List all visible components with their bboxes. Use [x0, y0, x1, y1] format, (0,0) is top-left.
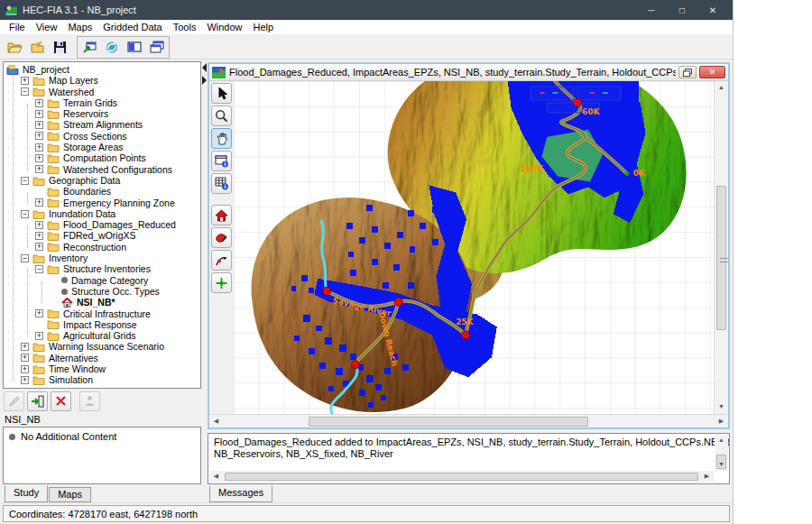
- minimize-button[interactable]: ─: [636, 0, 667, 20]
- expand-icon[interactable]: +: [35, 143, 43, 152]
- expand-icon[interactable]: +: [35, 121, 43, 129]
- tree-item-stream-alignments[interactable]: +Stream Alignments: [4, 119, 200, 130]
- tree-item-time-window[interactable]: +Time Window: [4, 363, 200, 374]
- tree-item-structure-inventories[interactable]: −Structure Inventories: [4, 263, 200, 274]
- map-tool-pan[interactable]: [211, 128, 232, 149]
- expand-icon[interactable]: +: [35, 232, 43, 240]
- restore-window-button[interactable]: [678, 66, 697, 78]
- collapse-icon[interactable]: −: [35, 265, 43, 273]
- computation-point[interactable]: [574, 98, 582, 106]
- computation-point[interactable]: [394, 298, 402, 306]
- scroll-down-icon[interactable]: ▼: [715, 400, 728, 414]
- tree-item-fdred-worigxs[interactable]: +FDRed_wOrigXS: [4, 230, 200, 241]
- map-tool-info-window[interactable]: i: [211, 151, 232, 171]
- map-tool-polygon[interactable]: [211, 227, 232, 248]
- tree-item-cross-sections[interactable]: +Cross Sections: [4, 131, 200, 142]
- map-tool-zoom[interactable]: [211, 106, 232, 126]
- tree-item-reservoirs[interactable]: +Reservoirs: [4, 108, 200, 119]
- window-titlebar[interactable]: HEC-FIA 3.1 - NB_project ─ □ ✕: [0, 0, 733, 20]
- scroll-up-icon[interactable]: ▲: [715, 81, 728, 95]
- expand-icon[interactable]: +: [35, 165, 43, 173]
- maximize-button[interactable]: □: [667, 0, 697, 20]
- scroll-down-icon[interactable]: ▼: [715, 459, 728, 471]
- menu-tools[interactable]: Tools: [168, 21, 202, 33]
- tree-item-impact-response[interactable]: Impact Response: [4, 319, 200, 330]
- expand-icon[interactable]: +: [35, 221, 43, 229]
- tree-item-inundation-data[interactable]: −Inundation Data: [4, 208, 200, 219]
- expand-icon[interactable]: +: [35, 99, 43, 107]
- messages-box[interactable]: Flood_Damages_Reduced added to ImpactAre…: [208, 433, 730, 484]
- menu-file[interactable]: File: [4, 21, 31, 33]
- tree-item-computation-points[interactable]: +Computation Points: [4, 152, 200, 163]
- tree-item-damage-category[interactable]: Damage Category: [4, 275, 200, 286]
- tree-item-emergency-planning-zone[interactable]: +Emergency Planning Zone: [4, 198, 200, 208]
- map-vertical-scrollbar[interactable]: ▲ ▼: [714, 81, 728, 414]
- tab-messages[interactable]: Messages: [209, 485, 272, 502]
- expand-icon[interactable]: +: [35, 110, 43, 118]
- map-tool-home[interactable]: [211, 205, 232, 225]
- scroll-right-icon[interactable]: ▶: [700, 471, 714, 483]
- save-project-button[interactable]: [49, 37, 70, 58]
- delete-button[interactable]: [51, 391, 71, 411]
- map-hscroll-thumb[interactable]: [309, 417, 588, 427]
- tab-study[interactable]: Study: [5, 485, 48, 502]
- tree-item-inventory[interactable]: −Inventory: [4, 253, 200, 263]
- tree-item-warning-issuance-scenario[interactable]: +Warning Issuance Scenario: [4, 341, 200, 352]
- computation-point[interactable]: [462, 331, 470, 339]
- map-canvas[interactable]: 60K100K0K25KSavage RiverDown Reach: [234, 81, 714, 414]
- tree-item-boundaries[interactable]: Boundaries: [4, 186, 200, 197]
- expand-icon[interactable]: +: [21, 343, 29, 351]
- tree-item-watershed-configurations[interactable]: +Watershed Configurations: [4, 164, 200, 175]
- expand-icon[interactable]: +: [35, 309, 43, 317]
- tree-item-reconstruction[interactable]: +Reconstruction: [4, 242, 200, 253]
- map-tool-crosshair[interactable]: [211, 272, 232, 293]
- map-tool-grid-info[interactable]: i: [211, 173, 232, 194]
- tree-item-map-layers[interactable]: +Map Layers: [4, 75, 200, 86]
- split-window-button[interactable]: [124, 37, 145, 58]
- scroll-left-icon[interactable]: ◀: [209, 471, 223, 483]
- new-map-window-button[interactable]: [78, 37, 100, 58]
- map-vscroll-thumb[interactable]: [716, 186, 726, 330]
- computation-point[interactable]: [352, 361, 360, 369]
- scroll-right-icon[interactable]: ▶: [715, 415, 728, 428]
- expand-icon[interactable]: +: [35, 198, 43, 207]
- map-horizontal-scrollbar[interactable]: ◀ ▶: [209, 414, 728, 427]
- collapse-icon[interactable]: −: [21, 210, 29, 218]
- tree-item-terrain-grids[interactable]: +Terrain Grids: [4, 97, 200, 108]
- collapse-icon[interactable]: −: [21, 254, 29, 262]
- expand-icon[interactable]: +: [21, 365, 29, 373]
- scroll-left-icon[interactable]: ◀: [209, 415, 223, 428]
- tab-maps[interactable]: Maps: [49, 487, 91, 502]
- plugin-button[interactable]: [79, 391, 100, 411]
- map-window-titlebar[interactable]: Flood_Damages_Reduced, ImpactAreas_EPZs,…: [209, 64, 728, 81]
- tree-item-critical-infrastructure[interactable]: +Critical Infrastructure: [4, 308, 200, 319]
- messages-hscroll-thumb[interactable]: [225, 473, 698, 481]
- tree-item-nb-project[interactable]: NB_project: [4, 64, 200, 75]
- tree-item-simulation[interactable]: +Simulation: [4, 374, 200, 385]
- scroll-up-icon[interactable]: ▲: [715, 435, 728, 446]
- tree-item-watershed[interactable]: −Watershed: [4, 87, 200, 97]
- expand-icon[interactable]: +: [35, 332, 43, 340]
- menu-help[interactable]: Help: [248, 21, 280, 33]
- edit-button[interactable]: [4, 391, 24, 411]
- open-project-button[interactable]: [4, 37, 25, 58]
- expand-right-icon[interactable]: [202, 76, 207, 85]
- map-tool-vertex[interactable]: [211, 250, 232, 271]
- map-tool-pointer[interactable]: [211, 83, 232, 104]
- tree-item-geographic-data[interactable]: −Geographic Data: [4, 175, 200, 186]
- messages-horizontal-scrollbar[interactable]: ◀ ▶: [209, 471, 714, 483]
- computation-point[interactable]: [323, 287, 331, 295]
- menu-window[interactable]: Window: [201, 21, 247, 33]
- tree-item-storage-areas[interactable]: +Storage Areas: [4, 142, 200, 152]
- expand-icon[interactable]: +: [21, 354, 29, 362]
- expand-icon[interactable]: +: [35, 243, 43, 251]
- expand-icon[interactable]: +: [21, 376, 29, 384]
- menu-maps[interactable]: Maps: [62, 21, 97, 33]
- expand-icon[interactable]: +: [35, 154, 43, 162]
- close-button[interactable]: ✕: [697, 0, 728, 20]
- tree-item-alternatives[interactable]: +Alternatives: [4, 353, 200, 363]
- cascade-windows-button[interactable]: [146, 37, 168, 58]
- collapse-left-icon[interactable]: [202, 63, 207, 72]
- close-map-window-button[interactable]: ✕: [699, 66, 725, 78]
- expand-icon[interactable]: +: [21, 77, 29, 85]
